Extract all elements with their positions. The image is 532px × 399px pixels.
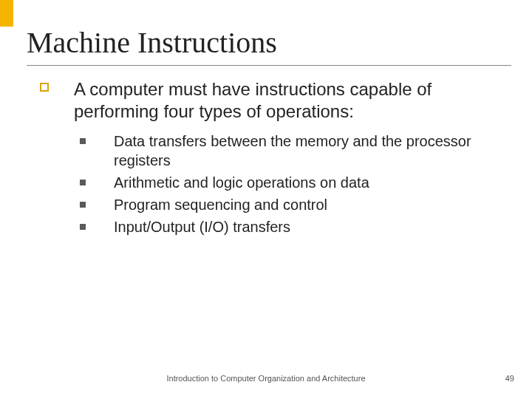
list-item-text: Data transfers between the memory and th…	[114, 132, 480, 170]
intro-paragraph: A computer must have instructions capabl…	[74, 78, 495, 123]
page-title: Machine Instructions	[27, 25, 277, 60]
list-item: Arithmetic and logic operations on data	[80, 173, 480, 192]
list-item: Input/Output (I/O) transfers	[80, 217, 480, 236]
hollow-square-icon	[40, 83, 49, 92]
list-item-text: Input/Output (I/O) transfers	[114, 217, 290, 236]
square-bullet-icon	[80, 180, 86, 185]
square-bullet-icon	[80, 202, 86, 208]
list-item-text: Program sequencing and control	[114, 195, 327, 214]
footer-caption: Introduction to Computer Organization an…	[0, 374, 532, 383]
list-item: Data transfers between the memory and th…	[80, 132, 480, 170]
square-bullet-icon	[80, 224, 86, 230]
accent-bar	[0, 0, 13, 27]
list-item: Program sequencing and control	[80, 195, 480, 214]
sub-bullet-list: Data transfers between the memory and th…	[80, 132, 480, 239]
list-item-text: Arithmetic and logic operations on data	[114, 173, 369, 192]
page-number: 49	[505, 374, 514, 383]
title-underline	[27, 65, 511, 66]
slide: Machine Instructions A computer must hav…	[0, 0, 532, 399]
square-bullet-icon	[80, 138, 86, 144]
